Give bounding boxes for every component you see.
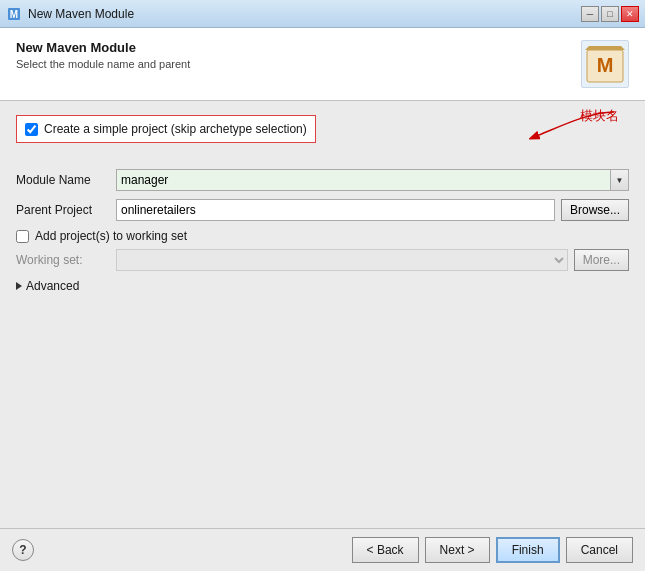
- parent-project-field-container: Browse...: [116, 199, 629, 221]
- minimize-button[interactable]: ─: [581, 6, 599, 22]
- cancel-button[interactable]: Cancel: [566, 537, 633, 563]
- working-set-field-row: Working set: More...: [16, 249, 629, 271]
- module-name-input[interactable]: [117, 170, 610, 190]
- parent-project-input[interactable]: [116, 199, 555, 221]
- working-set-checkbox-label[interactable]: Add project(s) to working set: [35, 229, 187, 243]
- svg-text:M: M: [597, 54, 614, 76]
- working-set-checkbox[interactable]: [16, 230, 29, 243]
- module-name-row: Module Name ▼: [16, 169, 629, 191]
- dialog-title: New Maven Module: [16, 40, 190, 55]
- module-name-field-container: ▼: [116, 169, 629, 191]
- advanced-expand-icon: [16, 282, 22, 290]
- parent-project-label: Parent Project: [16, 203, 116, 217]
- next-button[interactable]: Next >: [425, 537, 490, 563]
- advanced-section[interactable]: Advanced: [16, 279, 629, 293]
- window-controls: ─ □ ✕: [581, 6, 639, 22]
- working-set-select: [116, 249, 568, 271]
- simple-project-label[interactable]: Create a simple project (skip archetype …: [44, 122, 307, 136]
- parent-project-row: Parent Project Browse...: [16, 199, 629, 221]
- maximize-button[interactable]: □: [601, 6, 619, 22]
- svg-marker-3: [585, 46, 625, 50]
- finish-button[interactable]: Finish: [496, 537, 560, 563]
- more-button[interactable]: More...: [574, 249, 629, 271]
- module-name-dropdown-arrow[interactable]: ▼: [610, 170, 628, 190]
- help-button[interactable]: ?: [12, 539, 34, 561]
- simple-project-checkbox-section: Create a simple project (skip archetype …: [16, 115, 316, 143]
- maven-icon: M: [581, 40, 629, 88]
- dialog-body: New Maven Module Select the module name …: [0, 28, 645, 571]
- simple-project-checkbox[interactable]: [25, 123, 38, 136]
- module-name-combo[interactable]: ▼: [116, 169, 629, 191]
- working-set-label: Working set:: [16, 253, 116, 267]
- close-button[interactable]: ✕: [621, 6, 639, 22]
- annotation-text: 模块名: [580, 107, 619, 125]
- svg-text:M: M: [10, 9, 18, 20]
- title-bar: M New Maven Module ─ □ ✕: [0, 0, 645, 28]
- footer-buttons: < Back Next > Finish Cancel: [352, 537, 633, 563]
- browse-button[interactable]: Browse...: [561, 199, 629, 221]
- window-icon: M: [6, 6, 22, 22]
- window-title: New Maven Module: [28, 7, 581, 21]
- working-set-section: Add project(s) to working set Working se…: [16, 229, 629, 271]
- dialog-header: New Maven Module Select the module name …: [0, 28, 645, 101]
- dialog-subtitle: Select the module name and parent: [16, 58, 190, 70]
- dialog-content: Create a simple project (skip archetype …: [0, 101, 645, 528]
- module-name-label: Module Name: [16, 173, 116, 187]
- advanced-label: Advanced: [26, 279, 79, 293]
- back-button[interactable]: < Back: [352, 537, 419, 563]
- working-set-checkbox-row: Add project(s) to working set: [16, 229, 629, 243]
- dialog-footer: ? < Back Next > Finish Cancel: [0, 528, 645, 571]
- annotation-arrow: [529, 107, 619, 143]
- header-text: New Maven Module Select the module name …: [16, 40, 190, 70]
